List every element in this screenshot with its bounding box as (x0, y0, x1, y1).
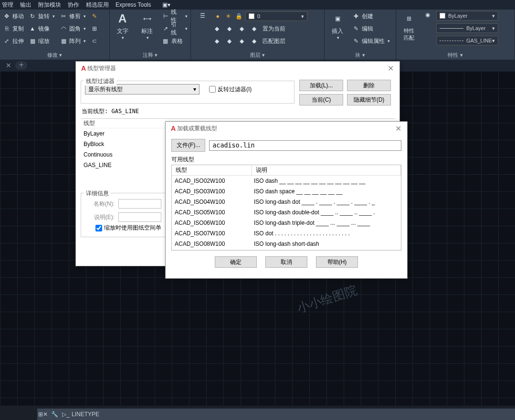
props-icon[interactable]: ◉ (424, 11, 431, 19)
file-button[interactable]: 文件(F)... (171, 139, 205, 152)
menu-item[interactable]: 输出 (20, 1, 32, 9)
color-combo[interactable]: ByLayer▾ (436, 11, 498, 21)
panel-title-props[interactable]: 特性 ▾ (399, 51, 512, 60)
lineweight-combo[interactable]: ByLayer▾ (436, 23, 498, 33)
dialog-titlebar[interactable]: A 线型管理器 ✕ (76, 62, 399, 75)
linetype-table: 线型 说明 ACAD_ISO02W100ISO dash __ __ __ __… (171, 165, 401, 251)
layer-tool-icon[interactable]: ◆ (238, 25, 245, 32)
match-props-button[interactable]: ⊞ 特性匹配 (399, 11, 419, 42)
load-linetype-dialog: A 加载或重载线型 ✕ 文件(F)... 可用线型 线型 说明 ACAD_ISO… (165, 121, 408, 279)
trim-button[interactable]: ✂修剪▾ (60, 11, 86, 21)
offset-icon[interactable]: ⊂ (91, 36, 98, 46)
table-row[interactable]: ACAD_ISO08W100ISO long-dash short-dash (172, 239, 401, 249)
menu-item[interactable]: 附加模块 (38, 1, 61, 9)
desc-label: 说明(E): (86, 213, 115, 221)
menu-expand-icon[interactable]: ▣▾ (162, 1, 170, 8)
edit-attr-button[interactable]: ✎编辑属性▾ (352, 36, 390, 46)
table-row[interactable]: ACAD_ISO07W100ISO dot . . . . . . . . . … (172, 228, 401, 239)
dialog-titlebar[interactable]: A 加载或重载线型 ✕ (166, 122, 407, 135)
current-button[interactable]: 当前(C) (299, 94, 343, 105)
dialog-title: 加载或重载线型 (177, 125, 393, 133)
dialog-title: 线型管理器 (87, 64, 386, 73)
layer-tool-icon[interactable]: ◆ (250, 25, 258, 32)
cancel-button[interactable]: 取消 (265, 256, 307, 268)
table-row[interactable]: ACAD_ISO03W100ISO dash space __ __ __ __… (172, 186, 401, 197)
match-layer-button[interactable]: 匹配图层 (263, 37, 285, 45)
explode-icon[interactable]: ⊞ (91, 23, 98, 34)
cmd-close-icon[interactable]: ⊞✕ (37, 411, 49, 418)
close-tab-icon[interactable]: ✕ (2, 62, 15, 69)
cmd-prompt-icon: ▷_ (60, 411, 72, 418)
layer-tool-icon[interactable]: ◆ (250, 37, 258, 45)
layer-freeze-icon[interactable]: ☀ (224, 12, 232, 20)
layer-lock-icon[interactable]: 🔒 (235, 12, 242, 20)
layer-tool-icon[interactable]: ◆ (225, 37, 233, 45)
horizontal-scrollbar[interactable]: ◀▶ (172, 250, 401, 251)
cmd-customize-icon[interactable]: 🔧 (49, 411, 60, 418)
stretch-button[interactable]: ⤢拉伸 (3, 36, 24, 46)
layer-tool-icon[interactable]: ◆ (213, 25, 221, 32)
leader-button[interactable]: ↗引线▾ (162, 23, 188, 34)
col-header-name[interactable]: 线型 (172, 165, 252, 175)
col-header-desc[interactable]: 说明 (252, 165, 401, 175)
panel-title-annot[interactable]: 注释 ▾ (113, 51, 188, 60)
details-group-label: 详细信息 (84, 189, 111, 198)
layer-on-icon[interactable]: ● (214, 12, 221, 20)
move-button[interactable]: ✥移动 (3, 11, 24, 21)
zoom-checkbox[interactable]: 缩放时使用图纸空间单 (95, 224, 161, 232)
menu-item[interactable]: 管理 (2, 1, 13, 9)
menu-item[interactable]: 精选应用 (86, 1, 109, 9)
edit-block-button[interactable]: ✎编辑 (352, 23, 390, 34)
fillet-button[interactable]: ◠圆角▾ (60, 23, 86, 34)
layer-tool-icon[interactable]: ◆ (238, 37, 245, 45)
table-button[interactable]: ▦表格 (162, 36, 188, 46)
file-field[interactable] (209, 140, 401, 151)
insert-button[interactable]: ▣ 插入▾ (327, 11, 347, 40)
copy-button[interactable]: ⎘复制 (3, 23, 24, 34)
layer-props-button[interactable]: ☰ (194, 8, 211, 24)
filter-select[interactable]: 显示所有线型▾ (85, 84, 200, 94)
table-row[interactable]: ACAD_ISO04W100ISO long-dash dot ____ . _… (172, 197, 401, 207)
table-row[interactable]: ACAD_ISO05W100ISO long-dash double-dot _… (172, 207, 401, 218)
desc-field[interactable] (118, 212, 161, 222)
create-block-button[interactable]: ✚创建 (352, 11, 390, 21)
close-icon[interactable]: ✕ (393, 124, 403, 133)
filter-group-label: 线型过滤器 (84, 77, 116, 85)
command-bar: ⊞✕ 🔧 ▷_ (37, 409, 515, 420)
erase-icon[interactable]: ✎ (91, 11, 98, 21)
make-current-button[interactable]: 置为当前 (263, 25, 285, 33)
array-button[interactable]: ▦阵列▾ (60, 36, 86, 46)
load-button[interactable]: 加载(L)... (299, 80, 343, 91)
table-row[interactable]: ACAD_ISO02W100ISO dash __ __ __ __ __ __… (172, 176, 401, 186)
menu-item[interactable]: 协作 (68, 1, 79, 9)
panel-title-block[interactable]: 块 ▾ (327, 51, 393, 60)
new-tab-icon[interactable]: + (15, 61, 27, 70)
invert-filter-checkbox[interactable]: 反转过滤器(I) (209, 85, 252, 94)
layer-tool-icon[interactable]: ◆ (213, 37, 221, 45)
current-linetype-label: 当前线型: GAS_LINE (76, 105, 399, 117)
scale-button[interactable]: ▦缩放 (29, 36, 55, 46)
close-icon[interactable]: ✕ (386, 64, 396, 73)
name-field[interactable] (118, 199, 161, 209)
linetype-combo[interactable]: GAS_LINE▾ (436, 36, 498, 45)
text-button[interactable]: A 文字▾ (113, 11, 132, 40)
panel-title-modify[interactable]: 修改 ▾ (3, 51, 106, 60)
rotate-button[interactable]: ↻旋转▾ (29, 11, 55, 21)
delete-button[interactable]: 删除 (347, 80, 391, 91)
table-body[interactable]: ACAD_ISO02W100ISO dash __ __ __ __ __ __… (172, 176, 401, 250)
hide-details-button[interactable]: 隐藏细节(D) (347, 94, 391, 105)
watermark: 小小绘图院 (295, 282, 359, 316)
linear-dim-button[interactable]: ⊢线性▾ (162, 11, 188, 21)
layer-tool-icon[interactable]: ◆ (225, 25, 233, 32)
panel-title-layer[interactable]: 图层 ▾ (194, 51, 321, 60)
table-row[interactable]: ACAD_ISO06W100ISO long-dash triple-dot _… (172, 218, 401, 228)
available-label: 可用线型 (166, 156, 407, 164)
command-input[interactable] (72, 411, 515, 418)
ribbon: ✥移动 ⎘复制 ⤢拉伸 ↻旋转▾ ▲镜像 ▦缩放 ✂修剪▾ ◠圆角▾ ▦阵列▾ … (0, 10, 515, 60)
help-button[interactable]: 帮助(H) (316, 256, 358, 268)
dimension-button[interactable]: ⟷ 标注▾ (137, 11, 157, 40)
ok-button[interactable]: 确定 (215, 256, 257, 268)
mirror-button[interactable]: ▲镜像 (29, 23, 55, 34)
menu-item[interactable]: Express Tools (116, 1, 151, 8)
layer-combo[interactable]: 0▾ (245, 11, 307, 21)
